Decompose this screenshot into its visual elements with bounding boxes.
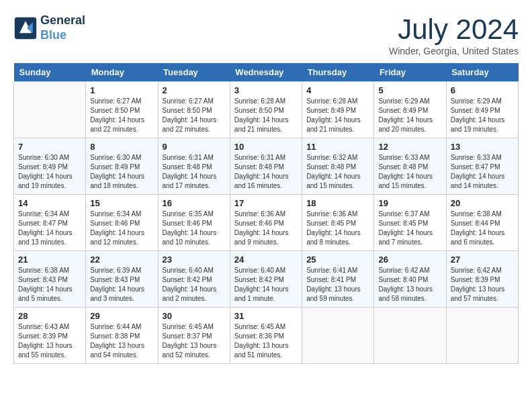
- calendar-cell: 2Sunrise: 6:27 AM Sunset: 8:50 PM Daylig…: [158, 82, 230, 138]
- calendar-cell: 13Sunrise: 6:33 AM Sunset: 8:47 PM Dayli…: [446, 138, 518, 195]
- calendar-cell: 23Sunrise: 6:40 AM Sunset: 8:42 PM Dayli…: [158, 251, 230, 308]
- calendar-cell: 11Sunrise: 6:32 AM Sunset: 8:48 PM Dayli…: [302, 138, 374, 195]
- day-number: 13: [451, 142, 514, 152]
- day-number: 26: [378, 255, 441, 265]
- day-number: 1: [90, 85, 153, 95]
- day-number: 30: [163, 311, 226, 321]
- day-info: Sunrise: 6:42 AM Sunset: 8:40 PM Dayligh…: [378, 266, 441, 304]
- day-info: Sunrise: 6:28 AM Sunset: 8:50 PM Dayligh…: [234, 97, 298, 134]
- day-info: Sunrise: 6:36 AM Sunset: 8:45 PM Dayligh…: [306, 210, 369, 247]
- day-number: 21: [18, 255, 81, 265]
- calendar-cell: 5Sunrise: 6:29 AM Sunset: 8:49 PM Daylig…: [374, 82, 446, 138]
- calendar-cell: 3Sunrise: 6:28 AM Sunset: 8:50 PM Daylig…: [230, 82, 302, 138]
- day-number: 28: [18, 311, 81, 321]
- logo: General Blue: [13, 13, 85, 42]
- day-number: 20: [451, 198, 514, 208]
- calendar-cell: 10Sunrise: 6:31 AM Sunset: 8:48 PM Dayli…: [230, 138, 302, 195]
- day-header-saturday: Saturday: [446, 63, 518, 82]
- calendar-cell: 12Sunrise: 6:33 AM Sunset: 8:48 PM Dayli…: [374, 138, 446, 195]
- day-info: Sunrise: 6:45 AM Sunset: 8:37 PM Dayligh…: [163, 322, 226, 360]
- day-info: Sunrise: 6:34 AM Sunset: 8:47 PM Dayligh…: [18, 210, 81, 247]
- day-number: 24: [234, 255, 298, 265]
- day-number: 8: [90, 142, 153, 152]
- day-info: Sunrise: 6:38 AM Sunset: 8:44 PM Dayligh…: [451, 210, 514, 247]
- day-info: Sunrise: 6:34 AM Sunset: 8:46 PM Dayligh…: [90, 210, 153, 247]
- day-info: Sunrise: 6:28 AM Sunset: 8:49 PM Dayligh…: [306, 97, 369, 134]
- day-info: Sunrise: 6:42 AM Sunset: 8:39 PM Dayligh…: [451, 266, 514, 304]
- day-number: 25: [306, 255, 369, 265]
- day-number: 5: [378, 85, 441, 95]
- day-info: Sunrise: 6:40 AM Sunset: 8:42 PM Dayligh…: [234, 266, 298, 304]
- day-header-thursday: Thursday: [302, 63, 374, 82]
- day-number: 22: [90, 255, 153, 265]
- day-number: 11: [306, 142, 369, 152]
- calendar-cell: 18Sunrise: 6:36 AM Sunset: 8:45 PM Dayli…: [302, 195, 374, 251]
- calendar-cell: 9Sunrise: 6:31 AM Sunset: 8:48 PM Daylig…: [158, 138, 230, 195]
- day-number: 12: [378, 142, 441, 152]
- day-info: Sunrise: 6:29 AM Sunset: 8:49 PM Dayligh…: [451, 97, 514, 134]
- calendar-cell: 14Sunrise: 6:34 AM Sunset: 8:47 PM Dayli…: [14, 195, 86, 251]
- calendar-cell: 24Sunrise: 6:40 AM Sunset: 8:42 PM Dayli…: [230, 251, 302, 308]
- calendar-cell: 20Sunrise: 6:38 AM Sunset: 8:44 PM Dayli…: [446, 195, 518, 251]
- day-header-monday: Monday: [86, 63, 158, 82]
- title-block: July 2024 Winder, Georgia, United States: [389, 13, 519, 56]
- logo-icon: [13, 16, 38, 40]
- day-info: Sunrise: 6:35 AM Sunset: 8:46 PM Dayligh…: [163, 210, 226, 247]
- location: Winder, Georgia, United States: [389, 46, 519, 56]
- day-info: Sunrise: 6:27 AM Sunset: 8:50 PM Dayligh…: [90, 97, 153, 134]
- logo-line1: General: [40, 13, 85, 28]
- day-info: Sunrise: 6:38 AM Sunset: 8:43 PM Dayligh…: [18, 266, 81, 304]
- calendar-week-row: 21Sunrise: 6:38 AM Sunset: 8:43 PM Dayli…: [14, 251, 519, 308]
- day-info: Sunrise: 6:41 AM Sunset: 8:41 PM Dayligh…: [306, 266, 369, 304]
- calendar-week-row: 28Sunrise: 6:43 AM Sunset: 8:39 PM Dayli…: [14, 308, 519, 364]
- day-info: Sunrise: 6:33 AM Sunset: 8:47 PM Dayligh…: [451, 153, 514, 191]
- calendar-cell: [302, 308, 374, 364]
- day-info: Sunrise: 6:31 AM Sunset: 8:48 PM Dayligh…: [234, 153, 298, 191]
- calendar-cell: 7Sunrise: 6:30 AM Sunset: 8:49 PM Daylig…: [14, 138, 86, 195]
- calendar-cell: 29Sunrise: 6:44 AM Sunset: 8:38 PM Dayli…: [86, 308, 158, 364]
- calendar-cell: 28Sunrise: 6:43 AM Sunset: 8:39 PM Dayli…: [14, 308, 86, 364]
- calendar-cell: 1Sunrise: 6:27 AM Sunset: 8:50 PM Daylig…: [86, 82, 158, 138]
- calendar-cell: 4Sunrise: 6:28 AM Sunset: 8:49 PM Daylig…: [302, 82, 374, 138]
- day-number: 3: [234, 85, 298, 95]
- day-info: Sunrise: 6:37 AM Sunset: 8:45 PM Dayligh…: [378, 210, 441, 247]
- calendar-cell: 30Sunrise: 6:45 AM Sunset: 8:37 PM Dayli…: [158, 308, 230, 364]
- day-info: Sunrise: 6:43 AM Sunset: 8:39 PM Dayligh…: [18, 322, 81, 360]
- calendar-week-row: 1Sunrise: 6:27 AM Sunset: 8:50 PM Daylig…: [14, 82, 519, 138]
- day-number: 19: [378, 198, 441, 208]
- calendar-cell: [14, 82, 86, 138]
- day-info: Sunrise: 6:44 AM Sunset: 8:38 PM Dayligh…: [90, 322, 153, 360]
- day-number: 17: [234, 198, 298, 208]
- day-number: 15: [90, 198, 153, 208]
- day-header-wednesday: Wednesday: [230, 63, 302, 82]
- day-info: Sunrise: 6:27 AM Sunset: 8:50 PM Dayligh…: [163, 97, 226, 134]
- calendar-table: SundayMondayTuesdayWednesdayThursdayFrid…: [13, 63, 519, 364]
- day-info: Sunrise: 6:30 AM Sunset: 8:49 PM Dayligh…: [18, 153, 81, 191]
- day-number: 4: [306, 85, 369, 95]
- day-number: 18: [306, 198, 369, 208]
- day-number: 9: [163, 142, 226, 152]
- calendar-cell: 22Sunrise: 6:39 AM Sunset: 8:43 PM Dayli…: [86, 251, 158, 308]
- calendar-cell: 17Sunrise: 6:36 AM Sunset: 8:46 PM Dayli…: [230, 195, 302, 251]
- day-info: Sunrise: 6:45 AM Sunset: 8:36 PM Dayligh…: [234, 322, 298, 360]
- calendar-cell: [374, 308, 446, 364]
- day-number: 23: [163, 255, 226, 265]
- day-info: Sunrise: 6:40 AM Sunset: 8:42 PM Dayligh…: [163, 266, 226, 304]
- day-number: 7: [18, 142, 81, 152]
- day-number: 31: [234, 311, 298, 321]
- day-number: 2: [163, 85, 226, 95]
- month-title: July 2024: [389, 13, 519, 46]
- day-header-friday: Friday: [374, 63, 446, 82]
- calendar-cell: 27Sunrise: 6:42 AM Sunset: 8:39 PM Dayli…: [446, 251, 518, 308]
- day-info: Sunrise: 6:32 AM Sunset: 8:48 PM Dayligh…: [306, 153, 369, 191]
- day-info: Sunrise: 6:33 AM Sunset: 8:48 PM Dayligh…: [378, 153, 441, 191]
- day-number: 16: [163, 198, 226, 208]
- page-header: General Blue July 2024 Winder, Georgia, …: [13, 13, 519, 56]
- day-info: Sunrise: 6:39 AM Sunset: 8:43 PM Dayligh…: [90, 266, 153, 304]
- day-info: Sunrise: 6:29 AM Sunset: 8:49 PM Dayligh…: [378, 97, 441, 134]
- calendar-cell: 19Sunrise: 6:37 AM Sunset: 8:45 PM Dayli…: [374, 195, 446, 251]
- calendar-cell: 6Sunrise: 6:29 AM Sunset: 8:49 PM Daylig…: [446, 82, 518, 138]
- day-number: 10: [234, 142, 298, 152]
- calendar-week-row: 7Sunrise: 6:30 AM Sunset: 8:49 PM Daylig…: [14, 138, 519, 195]
- day-info: Sunrise: 6:31 AM Sunset: 8:48 PM Dayligh…: [163, 153, 226, 191]
